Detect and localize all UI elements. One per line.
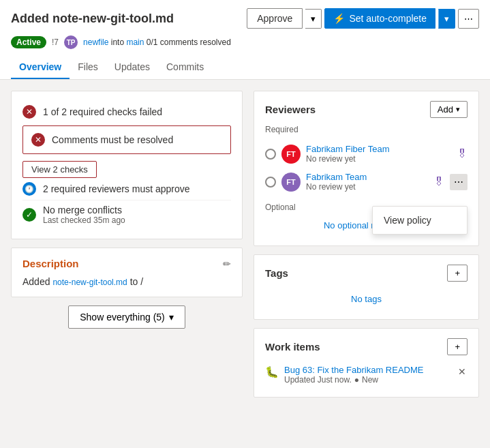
autocomplete-icon: ⚡ <box>333 13 345 24</box>
edit-icon[interactable]: ✏ <box>223 258 231 269</box>
reviewer-status-1: No review yet <box>306 154 451 164</box>
error-icon: ✕ <box>22 105 36 119</box>
tags-section: Tags + No tags <box>254 254 479 320</box>
show-everything-label: Show everything (5) <box>80 312 165 323</box>
check-item-failed: ✕ 1 of 2 required checks failed <box>22 101 231 123</box>
reviewers-check-text: 2 required reviewers must approve <box>43 183 190 194</box>
right-panel: Reviewers Add ▾ Required FT Fabrikam Fib… <box>254 91 479 398</box>
work-item-1: 🐛 Bug 63: Fix the Fabrikam README Update… <box>265 362 468 387</box>
meta-user: newfile into main 0/1 comments resolved <box>83 38 231 47</box>
tags-title: Tags <box>265 267 288 279</box>
header-actions: Approve ▾ ⚡ Set auto-complete ▾ ⋯ <box>247 8 479 29</box>
view-checks-button[interactable]: View 2 checks <box>22 161 97 178</box>
work-item-meta-1: Updated Just now. ● New <box>284 375 451 385</box>
more-options-button[interactable]: ⋯ <box>458 9 479 29</box>
work-items-header: Work items + <box>265 338 468 355</box>
add-tag-button[interactable]: + <box>447 265 468 282</box>
meta-branch-link[interactable]: main <box>126 38 144 47</box>
meta-row: Active !7 TP newfile into main 0/1 comme… <box>11 35 479 49</box>
chevron-down-icon: ▾ <box>169 312 174 323</box>
tab-overview[interactable]: Overview <box>11 56 70 79</box>
check-item-merge: ✓ No merge conflicts Last checked 35m ag… <box>22 200 231 229</box>
work-item-status: New <box>362 375 378 385</box>
work-item-close-button[interactable]: ✕ <box>457 365 468 378</box>
no-tags-text: No tags <box>265 288 468 310</box>
add-work-item-button[interactable]: + <box>447 338 468 355</box>
reviewer-avatar-2: FT <box>281 173 301 192</box>
reviewer-radio-1[interactable] <box>265 149 276 160</box>
add-reviewer-label: Add <box>438 104 453 115</box>
add-work-item-icon: + <box>455 342 460 352</box>
clock-icon: 🕐 <box>22 182 36 196</box>
check-failed-text: 1 of 2 required checks failed <box>43 106 162 117</box>
approve-chevron-button[interactable]: ▾ <box>305 9 322 29</box>
autocomplete-button[interactable]: ⚡ Set auto-complete <box>324 8 435 29</box>
merge-conflict-text: No merge conflicts <box>43 205 125 215</box>
reviewers-header: Reviewers Add ▾ <box>265 101 468 118</box>
reviewer-info-1: Fabrikam Fiber Team No review yet <box>306 144 451 164</box>
status-badge: Active <box>11 36 46 48</box>
work-items-section: Work items + 🐛 Bug 63: Fix the Fabrikam … <box>254 328 479 398</box>
tab-updates[interactable]: Updates <box>106 56 158 79</box>
reviewer-item-2: FT Fabrikam Team No review yet 🎖 ⋯ <box>265 168 468 196</box>
reviewer-name-1[interactable]: Fabrikam Fiber Team <box>306 144 451 154</box>
reviewer-badge-icon-1: 🎖 <box>457 148 468 160</box>
pr-title: Added note-new-git-tool.md <box>11 12 174 26</box>
ellipsis-icon: ⋯ <box>464 14 473 24</box>
left-panel: ✕ 1 of 2 required checks failed ✕ Commen… <box>11 91 243 398</box>
reviewer-badge-icon-2: 🎖 <box>433 176 444 188</box>
reviewer-name-2[interactable]: Fabrikam Team <box>306 172 428 182</box>
meta-user-link[interactable]: newfile <box>83 38 108 47</box>
show-everything-container: Show everything (5) ▾ <box>11 305 243 329</box>
add-tag-icon: + <box>455 268 460 278</box>
reviewer-avatar-1: FT <box>281 145 301 164</box>
tab-commits[interactable]: Commits <box>158 56 212 79</box>
merge-conflict-subtext: Last checked 35m ago <box>43 215 125 225</box>
desc-file-link[interactable]: note-new-git-tool.md <box>52 278 127 287</box>
reviewer-context-menu: View policy <box>372 206 468 235</box>
header: Added note-new-git-tool.md Approve ▾ ⚡ S… <box>0 0 490 80</box>
description-title: Description <box>22 258 79 269</box>
checks-card: ✕ 1 of 2 required checks failed ✕ Commen… <box>11 91 243 239</box>
required-label: Required <box>265 125 468 134</box>
work-item-info-1: Bug 63: Fix the Fabrikam README Updated … <box>284 365 451 385</box>
approve-button[interactable]: Approve <box>247 8 303 29</box>
chevron-down-icon: ▾ <box>311 14 316 24</box>
add-reviewer-button[interactable]: Add ▾ <box>430 101 468 118</box>
description-card: Description ✏ Added note-new-git-tool.md… <box>11 248 243 297</box>
autocomplete-chevron-button[interactable]: ▾ <box>438 9 455 29</box>
reviewer-radio-2[interactable] <box>265 177 276 188</box>
dot-separator: ● <box>354 375 359 385</box>
work-item-updated: Updated Just now. <box>284 375 352 385</box>
work-item-title-1[interactable]: Bug 63: Fix the Fabrikam README <box>284 365 451 375</box>
description-header: Description ✏ <box>22 258 231 269</box>
pr-number: !7 <box>52 38 59 47</box>
tab-files[interactable]: Files <box>70 56 106 79</box>
comments-resolve-box: ✕ Comments must be resolved <box>22 125 231 154</box>
reviewers-section: Reviewers Add ▾ Required FT Fabrikam Fib… <box>254 91 479 246</box>
main-content: ✕ 1 of 2 required checks failed ✕ Commen… <box>0 80 490 408</box>
add-chevron-icon: ▾ <box>456 105 460 114</box>
reviewer-item-1: FT Fabrikam Fiber Team No review yet 🎖 <box>265 140 468 168</box>
show-everything-button[interactable]: Show everything (5) ▾ <box>68 305 185 329</box>
comments-error-icon: ✕ <box>31 133 45 147</box>
header-top: Added note-new-git-tool.md Approve ▾ ⚡ S… <box>11 8 479 29</box>
avatar: TP <box>64 35 78 49</box>
nav-tabs: Overview Files Updates Commits <box>11 56 479 79</box>
reviewer-more-button[interactable]: ⋯ <box>450 174 468 190</box>
reviewer-status-2: No review yet <box>306 182 428 192</box>
success-icon: ✓ <box>22 208 36 222</box>
tags-header: Tags + <box>265 265 468 282</box>
work-items-title: Work items <box>265 341 320 353</box>
check-item-reviewers: 🕐 2 required reviewers must approve <box>22 178 231 200</box>
bug-icon: 🐛 <box>265 365 279 378</box>
comments-resolve-text: Comments must be resolved <box>52 134 173 145</box>
chevron-down-icon: ▾ <box>444 14 449 24</box>
reviewer-info-2: Fabrikam Team No review yet <box>306 172 428 192</box>
description-content: Added note-new-git-tool.md to / <box>22 276 231 287</box>
reviewers-title: Reviewers <box>265 104 316 115</box>
view-policy-menu-item[interactable]: View policy <box>373 209 467 231</box>
